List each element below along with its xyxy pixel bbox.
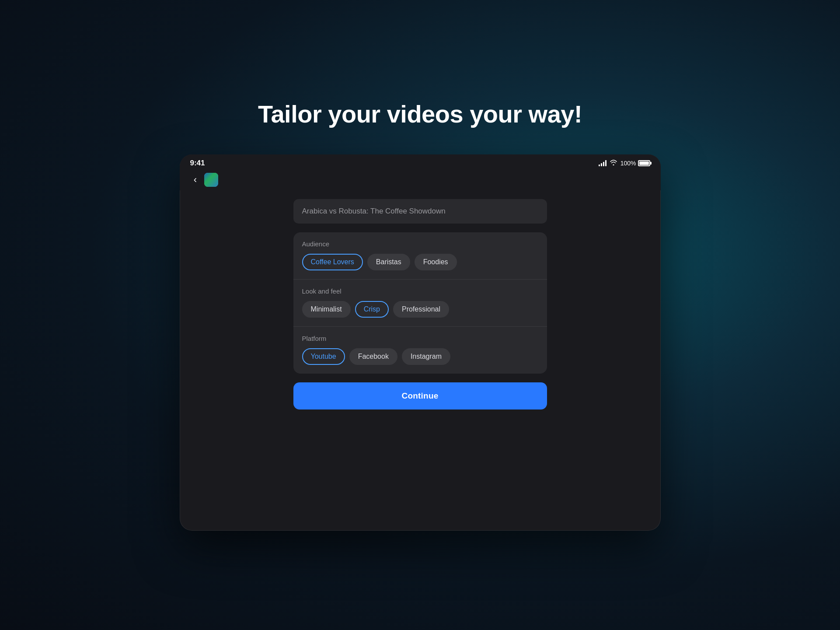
battery-status: 100% <box>620 160 650 167</box>
chip-youtube[interactable]: Youtube <box>302 348 345 365</box>
platform-chips: Youtube Facebook Instagram <box>302 348 538 365</box>
main-content: Arabica vs Robusta: The Coffee Showdown … <box>180 190 661 418</box>
chip-baristas[interactable]: Baristas <box>367 254 410 270</box>
app-logo <box>204 173 218 187</box>
status-right: 100% <box>599 160 650 167</box>
chip-instagram[interactable]: Instagram <box>402 348 450 365</box>
platform-section: Platform Youtube Facebook Instagram <box>293 327 547 374</box>
chip-professional[interactable]: Professional <box>393 301 449 318</box>
device-frame: 9:41 100% <box>180 154 661 531</box>
audience-label: Audience <box>302 240 538 248</box>
look-and-feel-section: Look and feel Minimalist Crisp Professio… <box>293 280 547 327</box>
platform-label: Platform <box>302 335 538 342</box>
signal-bars-icon <box>599 160 606 166</box>
look-and-feel-label: Look and feel <box>302 287 538 295</box>
audience-chips: Coffee Lovers Baristas Foodies <box>302 254 538 270</box>
battery-icon <box>638 160 650 166</box>
settings-card: Audience Coffee Lovers Baristas Foodies … <box>293 232 547 374</box>
look-and-feel-chips: Minimalist Crisp Professional <box>302 301 538 318</box>
back-button[interactable]: ‹ <box>188 173 202 187</box>
video-title-field: Arabica vs Robusta: The Coffee Showdown <box>293 199 547 224</box>
page-title: Tailor your videos your way! <box>258 100 582 128</box>
chip-crisp[interactable]: Crisp <box>355 301 389 318</box>
chip-facebook[interactable]: Facebook <box>349 348 397 365</box>
nav-bar: ‹ <box>180 171 661 190</box>
wifi-icon <box>610 160 617 167</box>
status-time: 9:41 <box>190 159 205 168</box>
back-arrow-icon: ‹ <box>194 175 197 185</box>
chip-foodies[interactable]: Foodies <box>415 254 457 270</box>
battery-percent: 100% <box>620 160 636 167</box>
audience-section: Audience Coffee Lovers Baristas Foodies <box>293 232 547 280</box>
status-bar: 9:41 100% <box>180 154 661 171</box>
chip-minimalist[interactable]: Minimalist <box>302 301 351 318</box>
chip-coffee-lovers[interactable]: Coffee Lovers <box>302 254 363 270</box>
continue-button[interactable]: Continue <box>293 382 547 410</box>
